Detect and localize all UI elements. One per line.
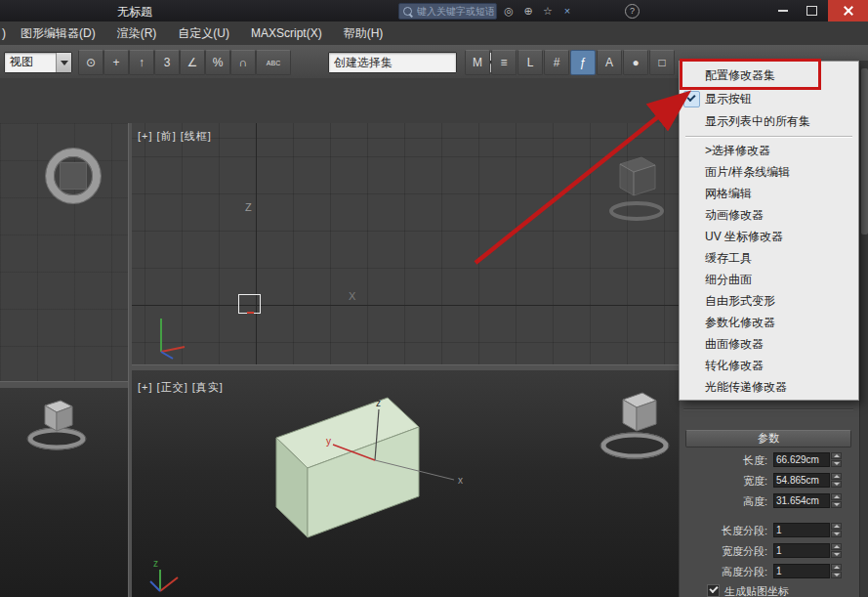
- context-menu-item-patch-spline-editing[interactable]: 面片/样条线编辑: [680, 161, 858, 183]
- param-row-width-segs: 宽度分段:: [680, 542, 860, 560]
- close-button[interactable]: [828, 0, 868, 21]
- maximize-icon: [806, 6, 817, 16]
- context-menu-item-parametric-modifiers[interactable]: 参数化修改器: [680, 312, 858, 333]
- front-viewport-gizmo: [591, 150, 679, 233]
- length-spinner[interactable]: [831, 452, 842, 467]
- curve-editor-icon[interactable]: ƒ: [570, 50, 596, 75]
- viewport-bottom-left[interactable]: [0, 388, 128, 597]
- spinner-snap-icon[interactable]: ∩: [230, 50, 256, 75]
- width-label: 宽度:: [680, 474, 767, 489]
- object-pivot-tick: [247, 312, 254, 314]
- window-title: 无标题: [117, 4, 152, 21]
- selection-set-input[interactable]: [329, 53, 487, 72]
- use-pivot-center-icon[interactable]: ⊙: [78, 50, 103, 75]
- mirror-icon[interactable]: M: [465, 50, 490, 75]
- edit-named-selections-icon[interactable]: ABC: [256, 50, 291, 75]
- height-spinner[interactable]: [831, 493, 842, 508]
- front-axis-tripod: [145, 315, 196, 362]
- generate-mapping-label: 生成贴图坐标: [724, 584, 789, 597]
- magnifier-icon: [403, 7, 412, 16]
- help-icon[interactable]: ?: [625, 4, 640, 19]
- angle-snap-icon[interactable]: ∠: [180, 50, 205, 75]
- params-rollout-header[interactable]: 参数: [685, 430, 851, 448]
- 3dsmax-window: 无标题 ◎ ⊕ ☆ × ? ) 图形编辑器(D) 渲染(R) 自定义(U) MA…: [0, 0, 868, 597]
- viewport-ortho[interactable]: [+] [正交] [真实] z y x z: [132, 370, 679, 597]
- left-viewport-gizmo: [0, 388, 128, 597]
- snap-toggle-3d-icon[interactable]: 3: [154, 50, 180, 75]
- height-segs-input[interactable]: [773, 564, 830, 578]
- render-setup-icon[interactable]: □: [649, 50, 675, 75]
- param-row-height-segs: 高度分段:: [680, 563, 860, 580]
- context-menu-item-show-all-sets[interactable]: 显示列表中的所有集: [680, 110, 858, 133]
- panel-divider: [683, 408, 853, 409]
- context-menu-item-mesh-editing[interactable]: 网格编辑: [680, 183, 858, 204]
- viewport-front-label[interactable]: [+] [前] [线框]: [138, 129, 212, 144]
- context-menu-item-surface-modifiers[interactable]: 曲面修改器: [680, 333, 858, 355]
- height-input[interactable]: [773, 493, 830, 508]
- viewport-front[interactable]: [+] [前] [线框] Z X: [132, 123, 679, 364]
- viewport-rotation-ring[interactable]: [46, 149, 101, 203]
- scene-explorer-icon[interactable]: #: [544, 50, 569, 75]
- param-row-height: 高度:: [680, 492, 860, 510]
- context-menu-item-conversion-modifiers[interactable]: 转化修改器: [680, 355, 858, 376]
- zoom-search-icon[interactable]: ⊕: [519, 3, 537, 19]
- length-input[interactable]: [773, 452, 830, 467]
- material-editor-icon[interactable]: ●: [623, 50, 648, 75]
- align-icon[interactable]: ≡: [491, 50, 517, 75]
- world-axis-vertical: [256, 123, 257, 364]
- menu-item-graph-editors[interactable]: 图形编辑器(D): [10, 22, 106, 45]
- close-icon: [843, 5, 854, 17]
- layer-manager-icon[interactable]: L: [517, 50, 543, 75]
- width-spinner[interactable]: [831, 473, 842, 488]
- check-icon: [709, 584, 718, 593]
- search-box[interactable]: [398, 3, 497, 20]
- scrollbar-thumb[interactable]: [861, 68, 868, 235]
- width-input[interactable]: [773, 473, 830, 488]
- selected-object-outline: [238, 294, 261, 314]
- checked-icon: [683, 91, 700, 107]
- context-menu-item-selection-modifiers[interactable]: >选择修改器: [680, 140, 858, 161]
- chevron-down-icon[interactable]: [56, 53, 71, 72]
- box-axis-z-label: z: [376, 398, 381, 408]
- select-place-icon[interactable]: ↑: [129, 50, 154, 75]
- clear-search-icon[interactable]: ×: [558, 3, 576, 19]
- generate-mapping-checkbox[interactable]: [707, 584, 720, 597]
- menu-item-customize[interactable]: 自定义(U): [167, 22, 240, 45]
- context-menu-item-subdivision-surfaces[interactable]: 细分曲面: [680, 269, 858, 290]
- search-config-icon[interactable]: ◎: [500, 3, 517, 19]
- select-manipulate-icon[interactable]: +: [103, 50, 129, 75]
- length-segs-input[interactable]: [773, 523, 830, 537]
- minimize-icon: [778, 10, 788, 12]
- panel-scrollbar[interactable]: [859, 61, 868, 597]
- menu-item-maxscript[interactable]: MAXScript(X): [240, 22, 333, 45]
- context-menu-item-radiosity-modifiers[interactable]: 光能传递修改器: [680, 376, 858, 398]
- maximize-button[interactable]: [799, 0, 825, 21]
- modifier-sets-context-menu: 配置修改器集 显示按钮 显示列表中的所有集 >选择修改器 面片/样条线编辑 网格…: [679, 61, 859, 401]
- length-segs-label: 长度分段:: [680, 524, 767, 538]
- front-axis-x-label: X: [349, 290, 355, 302]
- length-segs-spinner[interactable]: [831, 523, 842, 537]
- minimize-button[interactable]: [769, 0, 796, 21]
- ortho-tripod-z-label: z: [153, 558, 158, 569]
- viewport-top-left[interactable]: [0, 123, 128, 381]
- param-row-length-segs: 长度分段:: [680, 522, 860, 539]
- width-segs-spinner[interactable]: [831, 543, 842, 558]
- favorites-icon[interactable]: ☆: [539, 3, 557, 19]
- menu-item-partial[interactable]: ): [0, 22, 10, 45]
- context-menu-item-uv-coordinate-modifiers[interactable]: UV 坐标修改器: [680, 226, 858, 247]
- box-axis-y-label: y: [326, 436, 331, 447]
- context-menu-item-free-form-deformations[interactable]: 自由形式变形: [680, 290, 858, 312]
- schematic-view-icon[interactable]: A: [597, 50, 622, 75]
- context-menu-item-cache-tools[interactable]: 缓存工具: [680, 247, 858, 269]
- named-selection-set-combo[interactable]: [328, 52, 457, 73]
- search-input[interactable]: [415, 5, 496, 18]
- menu-item-help[interactable]: 帮助(H): [333, 22, 394, 45]
- box-axis-x-label: x: [458, 475, 463, 486]
- width-segs-input[interactable]: [773, 543, 830, 558]
- menu-item-rendering[interactable]: 渲染(R): [106, 22, 168, 45]
- height-segs-spinner[interactable]: [831, 564, 842, 578]
- context-menu-item-animation-modifiers[interactable]: 动画修改器: [680, 204, 858, 226]
- percent-snap-icon[interactable]: %: [205, 50, 230, 75]
- context-menu-item-show-buttons[interactable]: 显示按钮: [680, 88, 858, 110]
- reference-coordsys-dropdown[interactable]: 视图: [4, 52, 72, 73]
